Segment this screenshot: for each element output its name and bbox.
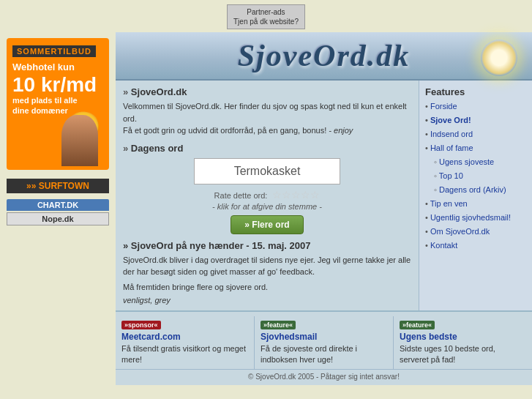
partner-ad-label: Partner-ads xyxy=(233,7,299,17)
logo-header: SjoveOrd.dk xyxy=(116,32,532,81)
sponsor-title-1[interactable]: Sjovhedsmail xyxy=(261,332,387,342)
dagensord-title: Dagens ord xyxy=(123,143,411,154)
feature-link-dagens-ord-arkiv[interactable]: Dagens ord (Arkiv) xyxy=(425,185,526,194)
partner-ad-box[interactable]: Partner-ads Tjen på dk website? xyxy=(227,4,305,29)
stars[interactable]: ☆☆☆☆☆ xyxy=(272,189,320,201)
logo-sun xyxy=(481,40,517,76)
feature-link-ugentlig-sjovhedsmail[interactable]: Ugentlig sjovhedsmail! xyxy=(425,213,526,222)
sponsor-type-label-2: »feature« xyxy=(400,321,435,329)
rate-label: Rate dette ord: xyxy=(214,191,268,200)
feature-link-ugens-sjoveste[interactable]: Ugens sjoveste xyxy=(425,157,526,166)
surftown-banner[interactable]: SOMMERTILBUD Webhotel kun 10 kr/md med p… xyxy=(7,38,109,170)
surftown-logo[interactable]: »» SURFTOWN xyxy=(7,179,109,193)
surftown-logo-text: »» SURFTOWN xyxy=(26,181,89,191)
welcome-line2: Få et godt grin og udvid dit ordforråd, … xyxy=(123,126,326,135)
welcome-italic: - enjoy xyxy=(329,126,353,135)
left-sidebar: SOMMERTILBUD Webhotel kun 10 kr/md med p… xyxy=(0,32,116,231)
dagensord-word: Termokasket xyxy=(234,165,301,177)
feature-link-om-sjoveorddk[interactable]: Om SjoveOrd.dk xyxy=(425,227,526,236)
klik-label[interactable]: - klik for at afgive din stemme - xyxy=(212,202,322,211)
sjoveord-section-title: SjoveOrd.dk xyxy=(123,86,411,97)
logo-text: SjoveOrd.dk xyxy=(123,38,525,73)
content-row: SjoveOrd.dk Velkommen til SjoveOrd.dk. H… xyxy=(116,81,532,310)
sponsor-title-0[interactable]: Meetcard.com xyxy=(121,332,248,342)
partner-bar: Partner-ads Tjen på dk website? xyxy=(0,0,532,32)
dagensord-box: Dagens ord Termokasket Rate dette ord: ☆… xyxy=(123,143,411,234)
features-links: ForsideSjove Ord!Indsend ordHall of fame… xyxy=(425,102,526,255)
sponsor-box-2: »feature«Ugens bedsteSidste uges 10 beds… xyxy=(394,316,532,369)
chart-banner-top[interactable]: CHART.DK xyxy=(7,199,109,211)
sponsor-type-label-0: »sponsor« xyxy=(121,321,161,329)
klik-text: - klik for at afgive din stemme - xyxy=(123,202,411,211)
sponsor-title-2[interactable]: Ugens bedste xyxy=(400,332,526,342)
features-title: Features xyxy=(425,86,526,97)
sponsor-text-1: Få de sjoveste ord direkte i indboksen h… xyxy=(261,343,387,366)
bottom-sponsors-row: »sponsor«Meetcard.comFå tilsendt gratis … xyxy=(116,310,532,369)
news-section: SjoveOrd på nye hænder - 15. maj. 2007 S… xyxy=(123,240,411,305)
chart-banner: CHART.DK Nope.dk xyxy=(7,199,109,225)
feature-link-tip-en-ven[interactable]: Tip en ven xyxy=(425,199,526,208)
sponsor-text-2: Sidste uges 10 bedste ord, serveret på f… xyxy=(400,343,526,366)
chart-banner-bottom[interactable]: Nope.dk xyxy=(7,212,109,225)
feature-link-sjove-ord[interactable]: Sjove Ord! xyxy=(425,116,526,124)
welcome-text: Velkommen til SjoveOrd.dk. Her finder du… xyxy=(123,100,411,137)
news-text-2: Må fremtiden bringe flere og sjovere ord… xyxy=(123,281,411,294)
flere-ord-button[interactable]: Flere ord xyxy=(231,215,304,234)
feature-link-kontakt[interactable]: Kontakt xyxy=(425,241,526,250)
news-sig: venligst, grey xyxy=(123,296,411,305)
feature-link-indsend-ord[interactable]: Indsend ord xyxy=(425,130,526,138)
news-title: SjoveOrd på nye hænder - 15. maj. 2007 xyxy=(123,240,411,251)
news-text-1: SjoveOrd.dk bliver i dag overdraget til … xyxy=(123,254,411,278)
partner-ad-sublabel: Tjen på dk website? xyxy=(233,17,299,26)
dagensord-word-box: Termokasket xyxy=(194,158,340,184)
main-content: SjoveOrd.dk SjoveOrd.dk Velkommen til Sj… xyxy=(116,32,532,385)
rate-text: Rate dette ord: ☆☆☆☆☆ xyxy=(123,189,411,201)
webhotel-label: Webhotel kun xyxy=(12,61,103,73)
sponsor-text-0: Få tilsendt gratis visitkort og meget me… xyxy=(121,343,248,366)
main-layout: SOMMERTILBUD Webhotel kun 10 kr/md med p… xyxy=(0,32,532,385)
center-column: SjoveOrd.dk Velkommen til SjoveOrd.dk. H… xyxy=(116,81,419,310)
right-column: Features ForsideSjove Ord!Indsend ordHal… xyxy=(419,81,532,310)
footer-text: © SjoveOrd.dk 2005 - Påtager sig intet a… xyxy=(248,373,400,381)
welcome-line1: Velkommen til SjoveOrd.dk. Her finder du… xyxy=(123,102,407,123)
sommertilbud-label: SOMMERTILBUD xyxy=(12,45,96,57)
sponsor-type-label-1: »feature« xyxy=(261,321,296,329)
footer: © SjoveOrd.dk 2005 - Påtager sig intet a… xyxy=(116,369,532,385)
woman-image xyxy=(58,93,109,166)
feature-link-hall-of-fame[interactable]: Hall of fame xyxy=(425,143,526,152)
feature-link-top-10[interactable]: Top 10 xyxy=(425,171,526,180)
sponsor-box-0: »sponsor«Meetcard.comFå tilsendt gratis … xyxy=(116,316,255,369)
price-label: 10 kr/md xyxy=(12,75,103,95)
sponsor-box-1: »feature«SjovhedsmailFå de sjoveste ord … xyxy=(255,316,394,369)
feature-link-forside[interactable]: Forside xyxy=(425,102,526,111)
